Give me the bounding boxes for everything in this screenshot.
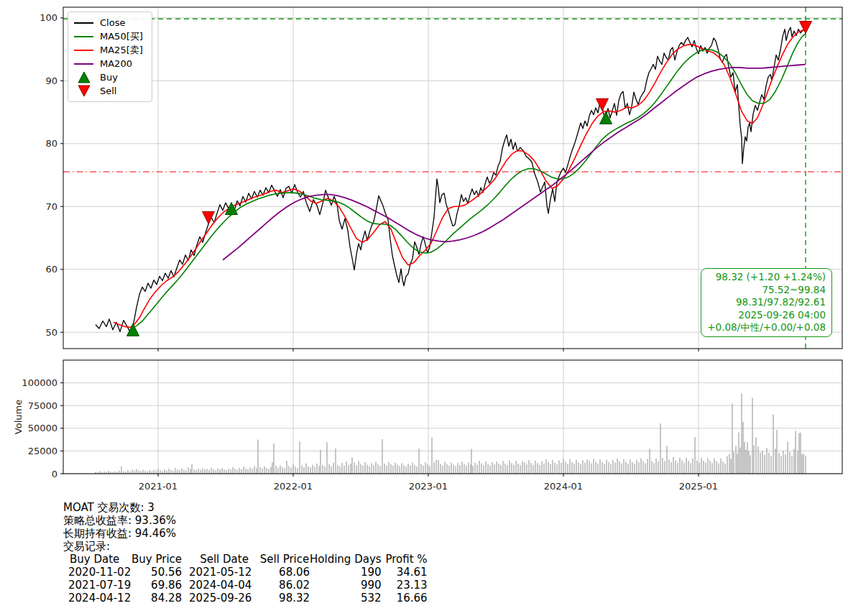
volume-bar (653, 463, 654, 474)
volume-bar (295, 466, 295, 474)
volume-bar (136, 469, 137, 474)
volume-bar (444, 462, 445, 474)
volume-bar (401, 463, 402, 474)
volume-bar (795, 431, 796, 474)
volume-bar (699, 463, 699, 474)
buy-triangle-icon (74, 71, 93, 83)
sell-price: 68.06 (259, 566, 310, 579)
legend-item-ma50: MA50[买] (74, 29, 143, 43)
volume-bar (711, 463, 712, 474)
volume-bar (168, 469, 169, 474)
volume-bar (773, 414, 773, 474)
volume-bar (191, 464, 192, 474)
volume-bar (416, 466, 417, 474)
volume-tick-label: 75000 (28, 400, 57, 411)
sell-date: 2021-05-12 (182, 566, 259, 579)
volume-bar (375, 461, 376, 474)
volume-bar (541, 461, 542, 474)
volume-bar (528, 460, 529, 474)
volume-bar (270, 467, 271, 474)
volume-bar (420, 464, 421, 474)
volume-bar (257, 440, 258, 474)
volume-bar (360, 464, 361, 474)
volume-bar (729, 454, 729, 474)
volume-bar (337, 465, 338, 474)
volume-bar (273, 443, 274, 474)
volume-bar (299, 441, 300, 474)
volume-bar (138, 470, 139, 474)
volume-bar (791, 456, 792, 474)
sell-date: 2025-09-26 (182, 592, 259, 604)
volume-bar (442, 466, 443, 474)
profit-pct: 16.66 (382, 592, 428, 604)
volume-bar (591, 464, 591, 474)
volume-bar (511, 463, 512, 474)
volume-bar (301, 465, 302, 474)
volume-bar (433, 462, 434, 474)
volume-bar (354, 462, 354, 474)
volume-bar (692, 458, 693, 474)
volume-bar (200, 470, 201, 474)
stock-strategy-screen: 506070809010002500050000750001000002021-… (0, 0, 848, 616)
volume-bar (123, 472, 124, 474)
volume-bar (459, 465, 460, 474)
volume-bar (341, 463, 342, 474)
volume-bar (215, 470, 216, 474)
volume-bar (190, 469, 190, 474)
volume-bar (565, 461, 566, 474)
volume-bar (745, 450, 746, 474)
volume-bar (571, 462, 572, 474)
volume-bar (312, 465, 313, 474)
volume-bar (160, 470, 160, 474)
volume-bar (367, 465, 367, 474)
volume-bar (642, 461, 643, 474)
volume-bar (320, 450, 321, 474)
volume-bar (509, 461, 510, 474)
volume-bar (513, 465, 514, 474)
volume-bar (638, 462, 639, 474)
volume-bar (344, 466, 344, 474)
volume-bar (223, 469, 224, 474)
volume-bar (805, 456, 806, 474)
volume-bar (584, 463, 585, 474)
volume-bar (597, 464, 598, 474)
volume-bar (418, 449, 419, 474)
trade-count: MOAT 交易次数: 3 (63, 501, 428, 514)
volume-bar (172, 471, 173, 474)
col-buy-price: Buy Price (132, 553, 182, 566)
annotation-range: 75.52~99.84 (707, 284, 826, 297)
volume-bar (649, 449, 650, 474)
volume-bar (670, 462, 671, 474)
volume-bar (764, 455, 765, 474)
volume-bar (742, 422, 743, 474)
volume-axis-label: Volume (13, 400, 24, 434)
volume-bar (272, 462, 272, 474)
volume-bar (397, 464, 397, 474)
volume-bar (440, 464, 441, 474)
volume-bar (99, 471, 100, 474)
ma200-line-icon (74, 63, 93, 65)
volume-bar (776, 430, 777, 474)
volume-bar (425, 462, 425, 474)
volume-bar (132, 469, 132, 474)
volume-bar (170, 470, 171, 474)
trades-header-row: Buy Date Buy Price Sell Date Sell Price … (63, 553, 428, 566)
sell-price: 86.02 (259, 579, 310, 592)
volume-bar (738, 433, 739, 474)
volume-bar (395, 463, 395, 474)
legend-item-ma200: MA200 (74, 57, 143, 70)
volume-bar (582, 460, 583, 474)
volume-bar (151, 471, 152, 474)
volume-bar (308, 466, 308, 474)
volume-bar (149, 470, 149, 474)
volume-bar (599, 459, 600, 474)
volume-bar (787, 441, 788, 474)
volume-bar (533, 465, 533, 474)
volume-bar (666, 446, 667, 474)
ma200-line (223, 65, 806, 260)
volume-bar (157, 469, 158, 474)
volume-bar (256, 468, 257, 474)
volume-bar (727, 456, 727, 474)
volume-bar (658, 461, 658, 474)
volume-bar (236, 470, 237, 474)
